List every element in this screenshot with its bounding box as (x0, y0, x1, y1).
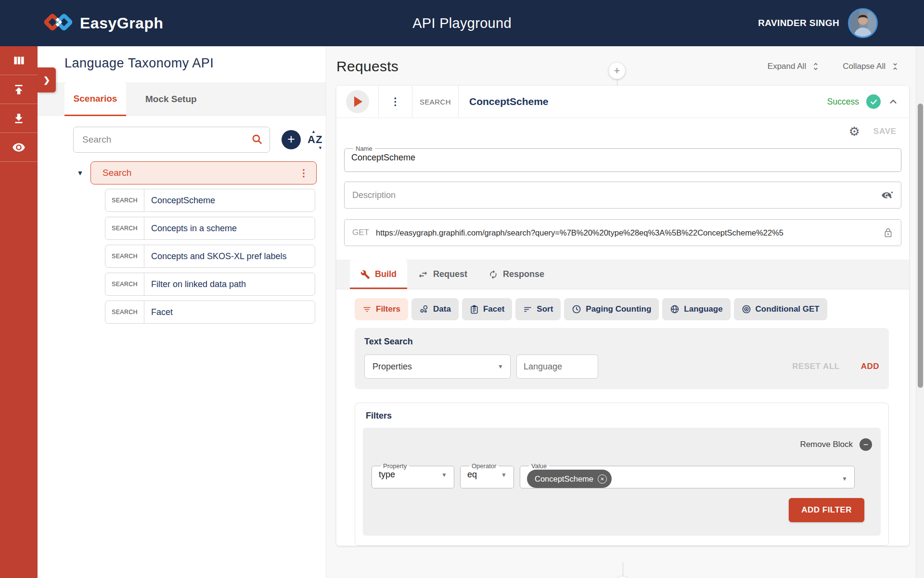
brand[interactable]: EasyGraph (44, 11, 163, 35)
properties-select[interactable]: Properties ▼ (364, 355, 511, 379)
wrench-icon (360, 270, 370, 279)
apps-grid-icon[interactable] (0, 46, 38, 75)
left-icon-rail (0, 46, 38, 578)
tree-group-search[interactable]: Search ⋮ (90, 161, 317, 184)
collapse-card-chevron-icon[interactable] (888, 96, 898, 107)
insert-request-above: + (609, 63, 625, 86)
collapse-all-button[interactable]: Collapse All (843, 62, 900, 71)
request-view-tabs: Build Request Response (336, 260, 909, 289)
brand-name: EasyGraph (80, 14, 163, 32)
kebab-menu-icon[interactable]: ⋮ (299, 167, 308, 179)
save-button[interactable]: SAVE (873, 127, 897, 136)
requests-title: Requests (336, 58, 398, 75)
request-method-badge: SEARCH (420, 98, 451, 106)
request-url-field[interactable]: GET https://easygraph.graphifi.com/graph… (344, 219, 901, 246)
sort-alphabetical-icon[interactable]: AZ ▲ ▼ (308, 133, 322, 146)
chip-filters[interactable]: Filters (355, 298, 408, 320)
unfold-less-icon (890, 62, 900, 71)
filters-title: Filters (366, 411, 881, 421)
expand-all-button[interactable]: Expand All (768, 62, 821, 71)
tab-scenarios[interactable]: Scenarios (64, 82, 126, 116)
chip-language[interactable]: Language (662, 298, 730, 320)
user-name: RAVINDER SINGH (758, 18, 839, 28)
settings-gear-icon[interactable]: ⚙ (848, 125, 860, 138)
plus-icon: + (287, 133, 295, 146)
api-title: Language Taxonomy API (64, 56, 326, 71)
insert-request-below: + (336, 562, 909, 578)
clipboard-icon (470, 305, 479, 314)
request-card-header: ⋮ SEARCH ConceptScheme Success (336, 86, 909, 118)
tab-request[interactable]: Request (407, 260, 478, 289)
scenario-item-facet[interactable]: SEARCH Facet (105, 301, 315, 324)
avatar[interactable] (848, 8, 878, 38)
request-title: ConceptScheme (469, 96, 549, 107)
chevron-down-icon: ▼ (441, 472, 447, 478)
easygraph-app: EasyGraph API Playground RAVINDER SINGH (0, 0, 924, 578)
add-scenario-button[interactable]: + (282, 130, 301, 149)
scenario-search-row: + AZ ▲ ▼ (73, 127, 326, 153)
swap-arrows-icon (418, 269, 428, 280)
scenario-item-conceptscheme[interactable]: SEARCH ConceptScheme (105, 189, 315, 212)
chip-facet[interactable]: Facet (462, 298, 512, 320)
value-multiselect[interactable]: Value ConceptScheme ✕ ▼ (520, 462, 855, 488)
chevron-right-icon: ❯ (43, 75, 50, 85)
language-input[interactable] (516, 355, 598, 379)
chevron-down-icon: ▼ (501, 472, 507, 478)
filter-icon (362, 305, 372, 314)
request-url: https://easygraph.graphifi.com/graph/sea… (376, 228, 879, 237)
build-section-chips: Filters Data Facet (355, 298, 889, 320)
filter-block: Remove Block − Property type ▼ (363, 428, 881, 536)
chevron-down-icon: ▼ (842, 475, 847, 482)
request-toolbar: ⚙ SAVE (336, 118, 909, 145)
kebab-icon: ⋮ (390, 96, 400, 107)
chevron-down-icon: ▼ (491, 363, 503, 370)
upload-icon[interactable] (0, 75, 38, 104)
remove-chip-icon[interactable]: ✕ (598, 474, 607, 484)
remove-block-label: Remove Block (800, 440, 853, 449)
search-icon (251, 133, 263, 147)
chip-conditional-get[interactable]: Conditional GET (734, 298, 827, 320)
scenario-search-input[interactable] (73, 127, 270, 153)
globe-icon (670, 304, 680, 314)
name-field: Name (344, 145, 901, 172)
name-input[interactable] (351, 152, 894, 168)
tab-build[interactable]: Build (350, 260, 407, 289)
plus-icon[interactable]: + (609, 63, 625, 79)
download-icon[interactable] (0, 104, 38, 133)
scenario-item-linked-data-path[interactable]: SEARCH Filter on linked data path (105, 273, 315, 296)
scrollbar-thumb[interactable] (918, 104, 923, 388)
eye-icon[interactable] (0, 133, 38, 162)
description-field (344, 182, 901, 209)
unfold-more-icon (811, 62, 821, 71)
preview-edit-icon[interactable] (881, 189, 893, 201)
status-label: Success (827, 97, 859, 107)
scenario-item-skosxl-labels[interactable]: SEARCH Concepts and SKOS-XL pref labels (105, 245, 315, 268)
text-search-section: Text Search Properties ▼ RESET ALL ADD (355, 328, 889, 389)
remove-block-button[interactable]: − (860, 438, 872, 451)
tree-collapse-caret-icon[interactable]: ▼ (70, 169, 90, 177)
chip-sort[interactable]: Sort (515, 298, 561, 320)
user-menu[interactable]: RAVINDER SINGH (758, 8, 878, 38)
add-text-search-button[interactable]: ADD (861, 362, 879, 371)
panel-expand-handle[interactable]: ❯ (38, 67, 56, 92)
chip-data[interactable]: Data (411, 298, 459, 320)
run-request-button[interactable] (346, 90, 369, 113)
description-input[interactable] (352, 190, 881, 200)
reset-all-button[interactable]: RESET ALL (792, 362, 839, 371)
tab-response[interactable]: Response (478, 260, 555, 289)
page-app-title: API Playground (412, 15, 512, 31)
top-navbar: EasyGraph API Playground RAVINDER SINGH (0, 0, 924, 46)
name-field-label: Name (353, 145, 375, 152)
clock-icon (572, 304, 581, 314)
add-filter-button[interactable]: ADD FILTER (789, 498, 864, 522)
refresh-icon (488, 270, 498, 279)
operator-select[interactable]: Operator eq ▼ (460, 462, 514, 488)
tab-mock-setup[interactable]: Mock Setup (141, 82, 202, 116)
minus-icon: − (863, 440, 869, 449)
scenario-item-concepts-in-scheme[interactable]: SEARCH Concepts in a scheme (105, 217, 315, 240)
property-select[interactable]: Property type ▼ (372, 462, 454, 488)
play-icon (354, 96, 362, 107)
chip-paging-counting[interactable]: Paging Counting (564, 298, 659, 320)
request-kebab-menu[interactable]: ⋮ (379, 86, 412, 118)
text-search-title: Text Search (364, 337, 879, 347)
